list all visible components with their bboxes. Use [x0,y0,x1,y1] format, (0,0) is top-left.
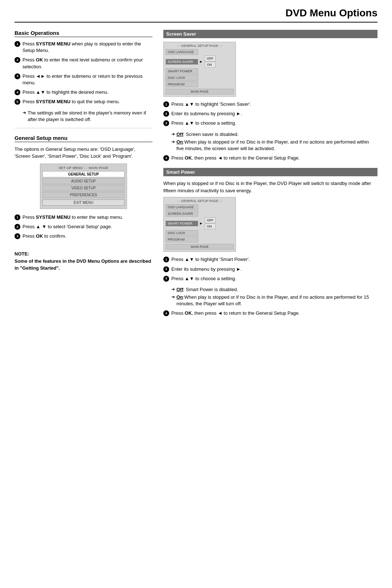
ss-step-1-content: Press ▲▼ to highlight 'Screen Saver'. [171,101,377,108]
bold-ok-2: OK [36,233,43,239]
ss-step-3-content: Press ▲▼ to choose a setting. [171,120,377,126]
ss-row-osd: OSD LANGUAGE [166,49,234,55]
smart-power-header: Smart Power [163,168,377,176]
ss-menu-page-label: - - GENERAL SETUP PAGE - - [166,44,234,48]
ss-step-num-2: 2 [163,111,169,117]
note-section: NOTE: Some of the features in the DVD Me… [15,250,152,272]
gs-step-num-2: 2 [15,224,20,230]
ss-on-bold: On [176,139,183,145]
list-item: 1 Press SYSTEM MENU when play is stopped… [15,41,152,54]
list-num-4: 4 [15,89,20,95]
ss-off-bold: Off [176,132,183,137]
smart-power-menu-mockup: - - GENERAL SETUP PAGE - - OSD LANGUAGE … [163,197,236,252]
ss-arrow-indicator: ► [199,60,203,64]
ss-step-num-1: 1 [163,101,169,107]
bold-ok-1: OK [36,57,43,63]
bold-ok-sp: OK [185,310,192,316]
list-num-2: 2 [15,57,20,63]
gs-step-num-1: 1 [15,214,20,220]
bold-ok-ss: OK [185,155,192,161]
bold-system-menu-2: SYSTEM MENU [36,99,70,104]
menu-item-preferences: PREFERENCES [42,192,124,198]
ss-submenu-options: OFF ON [204,56,216,68]
ss-row-disc: DISC LOCK [166,75,234,81]
ss-option-on: ON [205,62,216,68]
ss-row-program: PROGRAM [166,81,234,87]
list-item: 4 Press OK, then press ◄ to return to th… [163,155,377,161]
list-item-1-content: Press SYSTEM MENU when play is stopped t… [23,41,152,54]
gs-step-2-content: Press ▲ ▼ to select 'General Setup' page… [23,223,152,230]
screen-saver-menu-mockup: - - GENERAL SETUP PAGE - - OSD LANGUAGE … [163,42,236,97]
smart-power-body: When play is stopped or if no Disc is in… [163,180,377,194]
ss-steps-list: 1 Press ▲▼ to highlight 'Screen Saver'. … [163,101,377,127]
sp-steps-list: 1 Press ▲▼ to highlight 'Smart Power'. 2… [163,256,377,282]
menu-item-audio-setup: AUDIO SETUP [42,178,124,184]
sp-step-num-3: 3 [163,276,169,282]
left-column: Basic Operations 1 Press SYSTEM MENU whe… [15,30,152,321]
arrow-sym-4: ➜ [171,286,175,293]
sp-arrow-on-text: On:When play is stopped or if no Disc is… [176,294,377,307]
sp-row-osd: OSD LANGUAGE [166,204,234,210]
sp-row-smart: SMART POWER ► OFF ON [166,217,234,229]
gs-steps-list: 1 Press SYSTEM MENU to enter the setup m… [15,214,152,240]
ss-arrow-off-text: Off: Screen saver is disabled. [176,131,238,138]
note-text: Some of the features in the DVD Menu Opt… [15,258,152,272]
divider-1 [15,128,152,128]
gs-step-1-content: Press SYSTEM MENU to enter the setup men… [23,214,152,221]
list-item-3-content: Press ◄► to enter the submenu or return … [23,73,152,86]
sp-step-1-content: Press ▲▼ to highlight 'Smart Power'. [171,256,377,263]
list-item: 3 Press ◄► to enter the submenu or retur… [15,73,152,86]
list-item: 4 Press OK, then press ◄ to return to th… [163,310,377,317]
right-column: Screen Saver - - GENERAL SETUP PAGE - - … [163,30,377,321]
sp-arrow-on: ➜ On:When play is stopped or if no Disc … [163,294,377,307]
arrow-note-1: ➜ The settings will be stored in the pla… [15,110,152,123]
sp-submenu-options: OFF ON [204,217,216,229]
main-layout: Basic Operations 1 Press SYSTEM MENU whe… [15,30,377,321]
sp-menu-page-label: - - GENERAL SETUP PAGE - - [166,199,234,203]
sp-on-bold: On [176,294,183,300]
sp-row-program: PROGRAM [166,237,234,242]
list-item: 4 Press ▲▼ to highlight the desired menu… [15,89,152,96]
setup-menu-mockup: SET UP MENU - - MAIN PAGE GENERAL SETUP … [40,164,127,209]
arrow-sym-2: ➜ [171,131,175,137]
list-item: 3 Press ▲▼ to choose a setting. [163,275,377,282]
sp-item-osd: OSD LANGUAGE [166,204,198,210]
sp-step-num-1: 1 [163,257,169,262]
ss-arrow-on-text: On:When play is stopped or if no Disc is… [176,139,377,152]
ss-item-program: PROGRAM [166,81,198,87]
sp-item-disc: DISC LOCK [166,230,198,236]
list-item: 2 Enter its submenu by pressing ►. [163,110,377,117]
sp-step-3-content: Press ▲▼ to choose a setting. [171,275,377,282]
bold-system-menu-1: SYSTEM MENU [36,41,70,47]
sp-item-screensaver: SCREEN SAVER [166,211,198,217]
sp-step-4-content: Press OK, then press ◄ to return to the … [171,310,377,317]
sp-step4-list: 4 Press OK, then press ◄ to return to th… [163,310,377,317]
sp-step-num-4: 4 [163,310,169,316]
arrow-sym-3: ➜ [171,139,175,145]
sp-option-on: ON [205,223,216,229]
sp-item-program: PROGRAM [166,237,198,242]
ss-item-smart: SMART POWER [166,68,198,74]
sp-step-num-2: 2 [163,266,169,272]
list-item: 1 Press ▲▼ to highlight 'Smart Power'. [163,256,377,263]
ss-step-num-3: 3 [163,120,169,126]
list-item: 1 Press ▲▼ to highlight 'Screen Saver'. [163,101,377,108]
ss-arrow-off: ➜ Off: Screen saver is disabled. [163,131,377,138]
ss-arrow-on: ➜ On:When play is stopped or if no Disc … [163,139,377,152]
sp-item-smart: SMART POWER [166,221,198,226]
ss-item-screensaver: SCREEN SAVER [166,59,198,65]
list-item: 2 Enter its submenu by pressing ►. [163,266,377,273]
sp-main-page-btn: MAIN PAGE [166,244,234,250]
basic-ops-title: Basic Operations [15,30,152,37]
list-item: 5 Press SYSTEM MENU to quit the setup me… [15,98,152,105]
menu-item-general-setup: GENERAL SETUP [42,171,124,177]
arrow-sym: ➜ [23,110,26,116]
menu-item-exit: EXIT MENU [42,200,124,206]
menu-item-video-setup: VIDEO SETUP [42,185,124,191]
list-num-1: 1 [15,41,20,47]
sp-step-2-content: Enter its submenu by pressing ►. [171,266,377,273]
list-item: 2 Press OK to enter the next level subme… [15,57,152,70]
general-setup-section: General Setup menu The options in Genera… [15,135,152,240]
basic-ops-list: 1 Press SYSTEM MENU when play is stopped… [15,41,152,105]
list-item: 3 Press OK to confirm. [15,233,152,239]
